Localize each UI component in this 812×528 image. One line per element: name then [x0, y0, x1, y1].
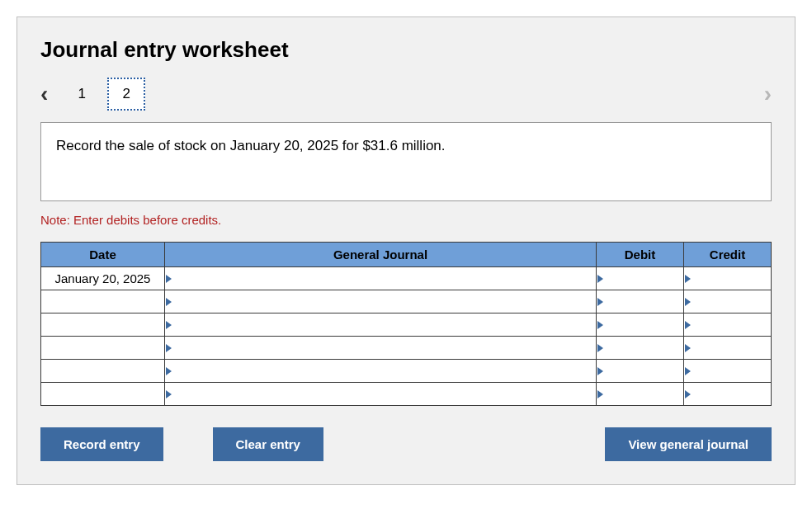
cell-credit[interactable]: [684, 337, 772, 360]
cell-credit[interactable]: [684, 383, 772, 406]
page-tab-2[interactable]: 2: [107, 78, 145, 111]
cell-gj[interactable]: [165, 360, 597, 383]
chevron-right-icon[interactable]: ›: [764, 82, 772, 106]
cell-date[interactable]: [41, 290, 165, 314]
col-header-debit: Debit: [597, 243, 684, 267]
cell-debit[interactable]: [597, 314, 684, 337]
cell-credit[interactable]: [684, 314, 772, 337]
col-header-date: Date: [41, 243, 165, 267]
cell-gj[interactable]: [165, 337, 597, 360]
table-row: [41, 337, 772, 360]
button-row: Record entry Clear entry View general jo…: [40, 427, 772, 461]
cell-date[interactable]: [41, 360, 165, 383]
cell-gj[interactable]: [165, 314, 597, 337]
journal-table: Date General Journal Debit Credit Januar…: [40, 242, 772, 406]
view-general-journal-button[interactable]: View general journal: [605, 427, 772, 461]
cell-debit[interactable]: [597, 383, 684, 406]
table-row: [41, 314, 772, 337]
instruction-box: Record the sale of stock on January 20, …: [40, 122, 772, 201]
table-row: January 20, 2025: [41, 267, 772, 290]
table-row: [41, 360, 772, 383]
cell-debit[interactable]: [597, 290, 684, 314]
cell-credit[interactable]: [684, 267, 772, 290]
chevron-left-icon[interactable]: ‹: [40, 82, 48, 106]
page-tab-1[interactable]: 1: [63, 78, 101, 111]
cell-gj[interactable]: [165, 290, 597, 314]
cell-debit[interactable]: [597, 267, 684, 290]
record-entry-button[interactable]: Record entry: [40, 427, 163, 461]
cell-debit[interactable]: [597, 360, 684, 383]
pager: ‹ 1 2 ›: [40, 78, 772, 111]
clear-entry-button[interactable]: Clear entry: [213, 427, 323, 461]
cell-credit[interactable]: [684, 290, 772, 314]
col-header-credit: Credit: [684, 243, 772, 267]
note-text: Note: Enter debits before credits.: [40, 213, 772, 227]
cell-date[interactable]: [41, 314, 165, 337]
col-header-gj: General Journal: [165, 243, 597, 267]
cell-debit[interactable]: [597, 337, 684, 360]
page-title: Journal entry worksheet: [40, 37, 772, 63]
worksheet-container: Journal entry worksheet ‹ 1 2 › Record t…: [17, 16, 795, 485]
table-row: [41, 383, 772, 406]
cell-credit[interactable]: [684, 360, 772, 383]
cell-date[interactable]: [41, 337, 165, 360]
cell-gj[interactable]: [165, 383, 597, 406]
cell-date[interactable]: January 20, 2025: [41, 267, 165, 290]
table-row: [41, 290, 772, 314]
cell-date[interactable]: [41, 383, 165, 406]
instruction-text: Record the sale of stock on January 20, …: [56, 138, 446, 153]
cell-gj[interactable]: [165, 267, 597, 290]
